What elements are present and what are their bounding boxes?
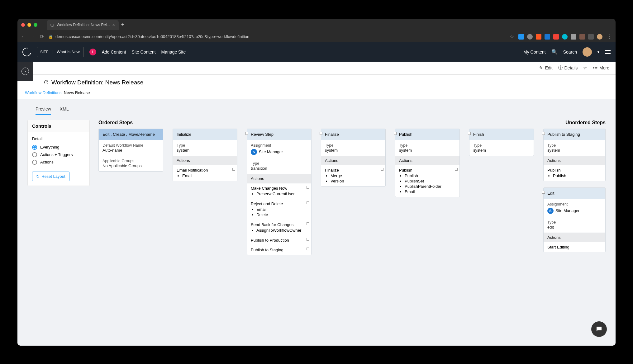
breadcrumb: Workflow Definitions: News Release: [17, 88, 616, 99]
search-link[interactable]: Search: [563, 50, 577, 54]
content-area: Preview XML Controls Detail Everything A…: [17, 99, 616, 346]
tab-xml[interactable]: XML: [60, 106, 69, 115]
browser-tab[interactable]: Workflow Definition: News Rel... ×: [47, 20, 119, 30]
browser-titlebar: Workflow Definition: News Rel... × +: [17, 19, 616, 31]
reload-icon[interactable]: ⟳: [40, 34, 44, 40]
radio-icon: [32, 160, 37, 165]
dots-icon: •••: [593, 65, 597, 70]
chat-icon: [595, 325, 603, 333]
new-tab-button[interactable]: +: [121, 21, 125, 28]
url-text: demos.cascadecms.com/entity/open.act?id=…: [55, 34, 249, 39]
breadcrumb-link[interactable]: Workflow Definitions:: [25, 90, 63, 95]
refresh-icon: ↻: [36, 174, 40, 179]
page-title: Workflow Definition: News Release: [51, 79, 143, 86]
lock-icon: 🔒: [48, 35, 53, 39]
step-header: Finalize: [321, 129, 385, 140]
add-content-icon[interactable]: +: [89, 49, 96, 55]
extension-icon[interactable]: [545, 34, 550, 40]
step-card-edit[interactable]: Edit , Create , Move/Rename Default Work…: [98, 129, 163, 172]
page-toolbar: ✎Edit ⓘDetails ☆ •••More: [17, 62, 616, 75]
my-content-link[interactable]: My Content: [523, 50, 546, 54]
chat-widget-button[interactable]: [591, 321, 607, 337]
extension-icon[interactable]: [571, 34, 576, 40]
action-item[interactable]: Start Editing: [544, 242, 605, 252]
cascade-logo-icon[interactable]: [21, 46, 33, 58]
step-card-unordered-edit[interactable]: Edit Assignment SSite Manager Type edit …: [543, 187, 606, 252]
action-item[interactable]: Make Changes NowPreserveCurrentUser: [247, 183, 311, 199]
action-item[interactable]: PublishPublishPublishSetPublishParentFol…: [395, 165, 459, 197]
extension-icon[interactable]: [536, 34, 541, 40]
site-content-link[interactable]: Site Content: [132, 50, 156, 54]
app-header: SITE: What Is New + Add Content Site Con…: [17, 42, 616, 62]
edit-button[interactable]: ✎Edit: [539, 65, 552, 70]
connector-icon: [320, 132, 322, 135]
hamburger-menu-icon[interactable]: [605, 50, 611, 54]
connector-icon: [307, 238, 309, 241]
window-close-icon[interactable]: [21, 23, 25, 27]
clock-icon: ⏱: [44, 79, 49, 86]
add-content-link[interactable]: Add Content: [102, 50, 126, 54]
step-card-initialize[interactable]: Initialize Type system Actions Email Not…: [173, 129, 237, 181]
extension-icon[interactable]: [527, 34, 533, 40]
step-card-review[interactable]: Review Step Assignment SSite Manager Typ…: [247, 129, 312, 255]
window-minimize-icon[interactable]: [27, 23, 31, 27]
extension-icon[interactable]: [562, 34, 568, 40]
connector-icon: [455, 168, 458, 171]
user-avatar[interactable]: [583, 47, 592, 57]
step-card-publish-staging[interactable]: Publish to Staging Type system Actions P…: [543, 129, 606, 181]
puzzle-icon[interactable]: [588, 34, 594, 40]
breadcrumb-current: News Release: [64, 90, 90, 95]
back-icon[interactable]: ←: [21, 34, 26, 40]
tab-preview[interactable]: Preview: [36, 106, 51, 115]
step-card-publish[interactable]: Publish Type system Actions PublishPubli…: [395, 129, 460, 197]
action-item[interactable]: FinalizeMergeVersion: [321, 165, 385, 186]
extension-icons: [518, 34, 602, 40]
step-header: Edit , Create , Move/Rename: [99, 129, 163, 140]
actions-header: Actions: [321, 156, 385, 165]
action-item[interactable]: Send Back for ChangesAssignToWorkflowOwn…: [247, 220, 311, 235]
step-card-finalize[interactable]: Finalize Type system Actions FinalizeMer…: [321, 129, 386, 187]
radio-everything[interactable]: Everything: [32, 144, 85, 151]
step-card-finish[interactable]: Finish Type system: [469, 129, 534, 156]
url-bar[interactable]: 🔒 demos.cascadecms.com/entity/open.act?i…: [48, 34, 505, 39]
favorite-button[interactable]: ☆: [583, 65, 587, 70]
action-item[interactable]: Email Notification Email: [173, 165, 237, 181]
assignment-badge-icon: S: [251, 149, 257, 155]
expand-sidebar-button[interactable]: ›: [17, 62, 33, 81]
manage-site-link[interactable]: Manage Site: [161, 50, 186, 54]
connector-icon: [307, 186, 309, 189]
forward-icon[interactable]: →: [31, 34, 36, 40]
extension-icon[interactable]: [518, 34, 524, 40]
action-item[interactable]: Reject and DeleteEmailDelete: [247, 199, 311, 220]
info-icon: ⓘ: [558, 65, 563, 71]
radio-icon: [32, 145, 37, 150]
search-icon[interactable]: 🔍: [551, 49, 558, 55]
tab-close-icon[interactable]: ×: [112, 22, 115, 27]
site-selector[interactable]: SITE: What Is New: [37, 47, 84, 57]
details-button[interactable]: ⓘDetails: [558, 65, 578, 71]
step-header: Publish to Staging: [544, 129, 605, 140]
profile-avatar-icon[interactable]: [597, 34, 602, 40]
more-button[interactable]: •••More: [593, 65, 609, 70]
connector-icon: [381, 168, 383, 171]
extension-icon[interactable]: [579, 34, 585, 40]
action-item[interactable]: PublishPublish: [544, 165, 605, 181]
action-item[interactable]: Publish to Production: [247, 235, 311, 245]
action-item[interactable]: Publish to Staging: [247, 245, 311, 255]
reset-layout-button[interactable]: ↻Reset Layout: [32, 172, 69, 181]
loading-spinner-icon: [50, 23, 54, 27]
connector-icon: [245, 132, 248, 135]
actions-header: Actions: [173, 156, 237, 165]
step-header: Edit: [544, 188, 605, 199]
menu-dots-icon[interactable]: ⋮: [607, 34, 612, 40]
radio-icon: [32, 152, 37, 157]
connector-icon: [468, 132, 471, 135]
chevron-down-icon[interactable]: ▾: [597, 50, 599, 54]
star-icon[interactable]: ☆: [510, 34, 514, 40]
connector-icon: [307, 248, 309, 250]
browser-addressbar: ← → ⟳ 🔒 demos.cascadecms.com/entity/open…: [17, 31, 616, 42]
window-maximize-icon[interactable]: [34, 23, 37, 27]
radio-actions-triggers[interactable]: Actions + Triggers: [32, 151, 85, 158]
radio-actions[interactable]: Actions: [32, 158, 85, 166]
extension-icon[interactable]: [553, 34, 559, 40]
